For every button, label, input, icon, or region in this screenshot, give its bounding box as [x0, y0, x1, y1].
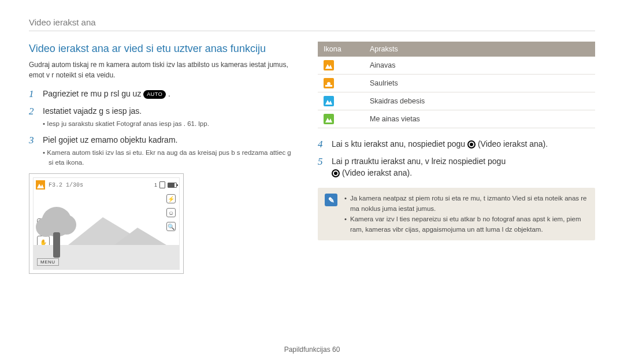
table-row: Me ainas vietas	[318, 110, 595, 128]
table-cell-label: Skaidras debesis	[364, 92, 595, 110]
step-text: Pagrieziet re mu p rsl gu uz AUTO .	[43, 88, 295, 100]
record-button-icon	[332, 169, 340, 177]
step-number: 2	[29, 106, 37, 129]
illustration-tree-trunk	[53, 232, 60, 258]
table-header-description: Apraksts	[364, 42, 595, 57]
page-title: Video ierakst ana ar vied si etu uztver …	[29, 42, 295, 55]
footer-page-number: 60	[332, 346, 340, 354]
battery-icon	[168, 183, 177, 188]
flash-icon: ⚡	[166, 194, 176, 203]
step-2: 2 Iestatiet vajadz g s iesp jas. Iesp ju…	[29, 106, 295, 129]
landscape-icon	[324, 60, 334, 70]
step-text-b: (Video ierakst ana).	[478, 139, 548, 148]
step-text-a: Pagrieziet re mu p rsl gu uz	[43, 89, 141, 98]
illustration-mountain	[114, 228, 166, 245]
divider	[29, 31, 595, 31]
count-indicator: 1	[154, 182, 157, 188]
step-4: 4 Lai s ktu ierakst anu, nospiediet pogu…	[318, 139, 595, 150]
note-line: Kamera var izv l ties nepareizu si etu a…	[344, 214, 588, 235]
left-column: Video ierakst ana ar vied si etu uztver …	[29, 42, 295, 274]
step-text: Lai p rtrauktu ierakst anu, v lreiz nosp…	[332, 156, 595, 179]
svg-marker-4	[325, 100, 332, 105]
record-button-icon	[467, 140, 476, 148]
breadcrumb: Video ierakst ana	[29, 17, 595, 27]
camera-screen-illustration: F3.2 1/30s 1 ⚡ ☺ 🔍 🎬 ✋	[29, 173, 184, 274]
step-text-b: (Video ierakst ana).	[342, 168, 412, 177]
step-3: 3 Piel gojiet uz emamo objektu kadram. K…	[29, 135, 295, 168]
face-detection-icon: ☺	[166, 208, 176, 217]
table-cell-label: Me ainas vietas	[364, 110, 595, 128]
memory-card-icon	[159, 181, 165, 188]
step-5: 5 Lai p rtrauktu ierakst anu, v lreiz no…	[318, 156, 595, 179]
table-row: Skaidras debesis	[318, 92, 595, 110]
step-1: 1 Pagrieziet re mu p rsl gu uz AUTO .	[29, 88, 295, 100]
sunset-icon	[324, 78, 334, 88]
mode-auto-badge: AUTO	[143, 90, 166, 99]
intro-text: Gudraj autom tiskaj re m kamera autom ti…	[29, 60, 295, 80]
step-text: Piel gojiet uz emamo objektu kadram.	[43, 135, 295, 146]
step-number: 3	[29, 135, 37, 168]
page-footer: Papildfunkcijas 60	[0, 346, 624, 354]
footer-section: Papildfunkcijas	[284, 346, 330, 354]
note-line: Ja kamera neatpaz st piem rotu si eta re…	[344, 194, 588, 214]
info-icon: ✎	[325, 194, 337, 206]
clear-sky-icon	[324, 96, 334, 106]
table-row: Ainavas	[318, 57, 595, 75]
step-subtext: Iesp ju sarakstu skatiet Fotograf anas i…	[43, 119, 295, 129]
menu-button-label: MENU	[37, 258, 59, 266]
two-column-layout: Video ierakst ana ar vied si etu uztver …	[29, 42, 595, 274]
zoom-icon: 🔍	[166, 222, 176, 231]
scene-icon-table: Ikona Apraksts Ainavas Saulriets	[318, 42, 595, 128]
table-cell-label: Ainavas	[364, 57, 595, 75]
step-text: Iestatiet vajadz g s iesp jas.	[43, 106, 295, 117]
step-text-a: Lai s ktu ierakst anu, nospiediet pogu	[332, 139, 465, 148]
step-text-a: Lai p rtrauktu ierakst anu, v lreiz nosp…	[332, 157, 506, 166]
step-number: 4	[318, 139, 326, 150]
step-number: 1	[29, 88, 37, 100]
step-number: 5	[318, 156, 326, 179]
step-text-b: .	[168, 89, 170, 98]
step-subtext: Kamera autom tiski izv las si etu. Ekr n…	[43, 148, 295, 168]
step-text: Lai s ktu ierakst anu, nospiediet pogu (…	[332, 139, 595, 150]
page: Video ierakst ana Video ierakst ana ar v…	[0, 0, 624, 364]
svg-marker-0	[37, 184, 44, 188]
table-cell-label: Saulriets	[364, 75, 595, 92]
right-column: Ikona Apraksts Ainavas Saulriets	[318, 42, 595, 274]
table-row: Saulriets	[318, 75, 595, 92]
scene-landscape-icon	[36, 180, 45, 190]
svg-marker-5	[325, 118, 332, 122]
svg-marker-1	[325, 64, 332, 69]
info-note: ✎ Ja kamera neatpaz st piem rotu si eta …	[318, 188, 595, 240]
svg-rect-3	[325, 85, 332, 87]
aperture-shutter-label: F3.2 1/30s	[49, 182, 83, 188]
forest-icon	[324, 114, 334, 124]
table-header-icon: Ikona	[318, 42, 364, 57]
